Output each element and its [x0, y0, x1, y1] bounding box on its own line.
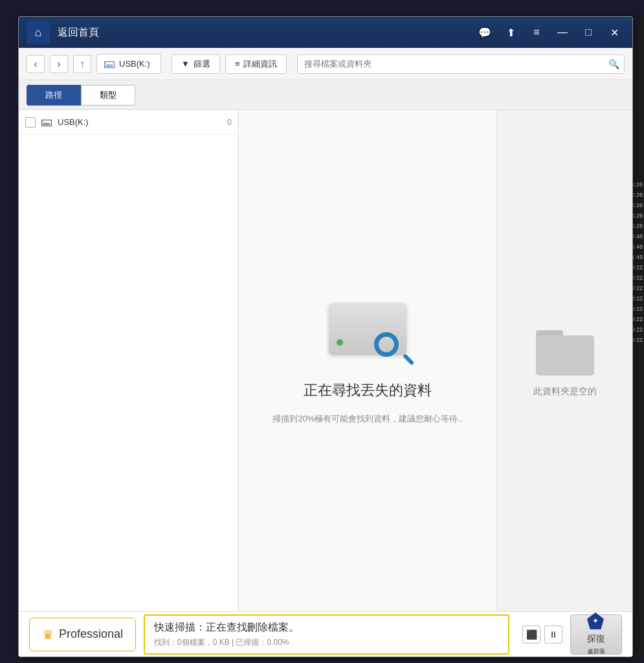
scan-content-panel: ▶ 正在尋找丟失的資料 掃描到20%極有可能會找到資料，建議您耐心等待.. [239, 110, 496, 611]
scan-status-box: 快速掃描：正在查找刪除檔案。 找到：0個檔案，0 KB | 已掃描：0.00% [144, 614, 509, 655]
title-bar: ⌂ 返回首頁 💬 ⬆ ≡ — □ ✕ [19, 17, 632, 48]
upload-button[interactable]: ⬆ [500, 22, 521, 43]
empty-folder-text: 此資料夾是空的 [533, 386, 597, 398]
scan-status-title: 快速掃描：正在查找刪除檔案。 [154, 621, 499, 635]
usb-checkbox[interactable] [25, 117, 36, 128]
usb-drive-item[interactable]: 🖴 USB(K:) 0 [19, 110, 238, 135]
folder-icon [536, 324, 594, 376]
xin-logo: ✦ [587, 612, 605, 631]
recover-button[interactable]: ✦ 探復 鑫部落 [570, 614, 622, 655]
scan-controls: ⬛ ⏸ [522, 625, 562, 644]
drive-label: USB(K:) [119, 59, 150, 69]
status-bar: ♛ Professional 快速掃描：正在查找刪除檔案。 找到：0個檔案，0 … [19, 611, 632, 657]
back-icon: ‹ [34, 58, 37, 70]
file-tree-panel: 🖴 USB(K:) 0 [19, 110, 239, 611]
scan-subtitle: 掃描到20%極有可能會找到資料，建議您耐心等待.. [272, 413, 462, 425]
folder-display [536, 324, 594, 376]
detail-icon: ≡ [235, 59, 240, 69]
pro-label: Professional [59, 627, 123, 641]
search-input[interactable] [297, 54, 625, 74]
up-button[interactable]: ↑ [73, 55, 91, 73]
tab-bar: 路徑 類型 [19, 80, 632, 110]
search-magnifier [374, 332, 410, 368]
back-button[interactable]: ‹ [27, 55, 45, 73]
navigation-toolbar: ‹ › ↑ 🖴 USB(K:) ▼ 篩選 ≡ 詳細資訊 🔍 [19, 48, 632, 80]
tab-type[interactable]: 類型 [81, 85, 135, 106]
crown-icon: ♛ [42, 627, 54, 642]
menu-button[interactable]: ≡ [526, 22, 547, 43]
usb-label: USB(K:) [58, 117, 222, 127]
main-content: 🖴 USB(K:) 0 ▶ [19, 110, 632, 611]
maximize-button[interactable]: □ [578, 22, 599, 43]
upload-icon: ⬆ [507, 27, 515, 39]
usb-count: 0 [227, 118, 232, 127]
menu-icon: ≡ [533, 27, 539, 38]
svg-rect-2 [536, 335, 594, 376]
scan-status-detail: 找到：0個檔案，0 KB | 已掃描：0.00% [154, 637, 499, 648]
drive-light [337, 339, 343, 346]
pause-icon: ⏸ [549, 629, 558, 640]
home-button[interactable]: ⌂ [27, 21, 50, 44]
minimize-icon: — [557, 27, 568, 38]
minimize-button[interactable]: — [552, 22, 573, 43]
window-title: 返回首頁 [58, 26, 474, 39]
app-window: ⌂ 返回首頁 💬 ⬆ ≡ — □ ✕ [18, 16, 633, 657]
stop-icon: ⬛ [526, 629, 537, 640]
scan-illustration: 正在尋找丟失的資料 掃描到20%極有可能會找到資料，建議您耐心等待.. [272, 297, 462, 425]
pause-button[interactable]: ⏸ [544, 625, 562, 644]
xin-star-icon: ✦ [592, 616, 599, 625]
detail-label: 詳細資訊 [243, 58, 277, 70]
up-icon: ↑ [80, 58, 85, 70]
drive-icon: 🖴 [104, 57, 115, 71]
search-container: 🔍 [297, 54, 625, 74]
scan-title: 正在尋找丟失的資料 [304, 381, 432, 400]
window-controls: 💬 ⬆ ≡ — □ ✕ [474, 22, 625, 43]
forward-button[interactable]: › [50, 55, 68, 73]
professional-badge[interactable]: ♛ Professional [29, 618, 136, 651]
chat-icon: 💬 [478, 27, 491, 39]
maximize-icon: □ [585, 27, 592, 38]
close-button[interactable]: ✕ [604, 22, 625, 43]
empty-folder-panel: 此資料夾是空的 [496, 110, 632, 611]
home-icon: ⌂ [35, 26, 42, 39]
tab-path[interactable]: 路徑 [27, 85, 81, 106]
filter-button[interactable]: ▼ 篩選 [172, 54, 220, 74]
xin-text: 鑫部落 [588, 647, 605, 656]
magnifier-handle [403, 354, 414, 365]
stop-button[interactable]: ⬛ [522, 625, 540, 644]
drive-scan-icon [326, 297, 410, 368]
location-display: 🖴 USB(K:) [96, 54, 161, 74]
xin-logo-icon: ✦ [587, 612, 605, 631]
filter-label: 篩選 [194, 58, 210, 70]
forward-icon: › [57, 58, 60, 70]
usb-drive-icon: 🖴 [41, 115, 52, 129]
magnifier-circle [374, 332, 399, 357]
detail-button[interactable]: ≡ 詳細資訊 [225, 54, 287, 74]
xin-pentagon: ✦ [587, 612, 604, 629]
chat-button[interactable]: 💬 [474, 22, 495, 43]
search-icon: 🔍 [608, 59, 619, 69]
close-icon: ✕ [610, 27, 619, 39]
recover-label: 探復 [587, 633, 605, 645]
filter-icon: ▼ [181, 59, 190, 69]
